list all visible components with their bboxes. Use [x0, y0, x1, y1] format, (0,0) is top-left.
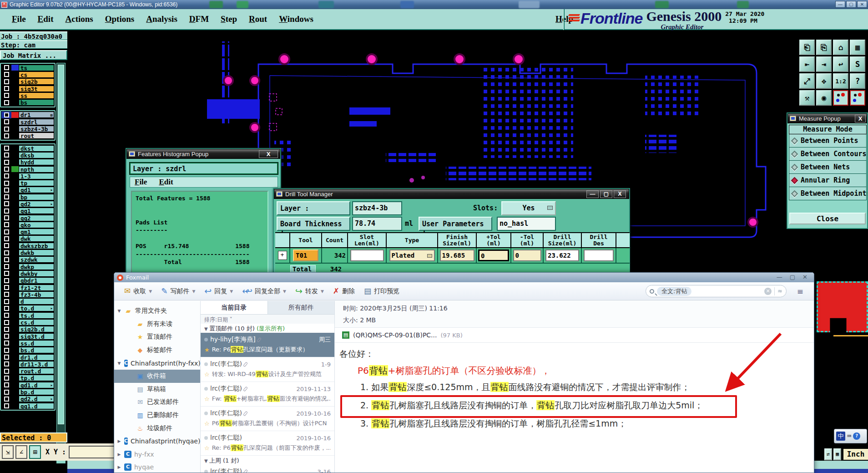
- layer-checkbox[interactable]: [1, 85, 11, 92]
- angle-mode-button[interactable]: ∠: [15, 445, 27, 459]
- minimize-button[interactable]: —: [835, 1, 845, 8]
- drill-des-input[interactable]: [584, 249, 614, 261]
- menu-rout[interactable]: Rout: [249, 14, 267, 24]
- layer-color-swatch[interactable]: [11, 159, 19, 165]
- layer-row-bp.d[interactable]: bp.d: [1, 388, 54, 395]
- layer-color-swatch[interactable]: [11, 100, 19, 106]
- layer-row-gd2.d[interactable]: gd2.d➤: [1, 396, 54, 402]
- serpentine-button[interactable]: S: [850, 56, 865, 72]
- star-icon[interactable]: ★: [204, 346, 210, 353]
- expander-icon[interactable]: ▶: [117, 452, 121, 457]
- layer-checkbox[interactable]: [1, 347, 11, 354]
- chevron-down-icon[interactable]: ≋: [777, 289, 782, 294]
- layer-checkbox[interactable]: [1, 187, 11, 193]
- layer-row-to.d[interactable]: to.d➤: [1, 305, 54, 312]
- 删除-button[interactable]: ✗删除: [329, 285, 358, 297]
- layer-color-swatch[interactable]: [11, 375, 19, 381]
- layer-color-swatch[interactable]: [11, 236, 19, 242]
- layer-color-swatch[interactable]: [11, 243, 19, 249]
- mail-list-item[interactable]: lrc(李仁聪)1-9☆转发: WI-RD-49背钻设计及生产管控规范: [201, 357, 334, 382]
- layer-row-szbz4-3b[interactable]: szbz4-3b: [1, 125, 54, 132]
- layer-checkbox[interactable]: [1, 118, 11, 125]
- view-options-icon[interactable]: ≡: [797, 287, 804, 296]
- layer-checkbox[interactable]: [1, 389, 11, 396]
- sidebar-item-草稿箱[interactable]: ▤草稿箱: [114, 383, 200, 396]
- mail-list-item[interactable]: lrc(李仁聪)3-16: [201, 465, 334, 473]
- 回复-button[interactable]: ↩回复▼: [201, 285, 237, 297]
- layer-row-gbdr1[interactable]: gbdr1: [1, 277, 54, 284]
- layer-row-sig3t.d[interactable]: sig3t.d: [1, 333, 54, 340]
- show-all-link[interactable]: (显示所有): [257, 325, 285, 332]
- language-bar[interactable]: 中 ⌨ ?: [834, 429, 867, 443]
- menu-edit[interactable]: Edit: [38, 14, 54, 24]
- layer-checkbox[interactable]: [1, 71, 11, 78]
- layer-color-swatch[interactable]: [11, 403, 19, 409]
- layer-color-swatch[interactable]: [11, 389, 19, 395]
- histogram-titlebar[interactable]: Features Histogram Popup X: [126, 149, 280, 159]
- layer-color-swatch[interactable]: [11, 187, 19, 193]
- layer-row-cs.d[interactable]: cs.d: [1, 319, 54, 326]
- layer-row-sig3t[interactable]: sig3t: [1, 85, 54, 92]
- window-xy-button[interactable]: ▦: [850, 40, 865, 55]
- layer-row-szdwk[interactable]: szdwk: [1, 256, 54, 263]
- layer-color-swatch[interactable]: [11, 133, 19, 139]
- menu-step[interactable]: Step: [221, 14, 237, 24]
- finish-size-input[interactable]: 19.685: [440, 249, 474, 261]
- 收取-button[interactable]: ✉收取▼: [121, 285, 156, 297]
- measure-option-between-nets[interactable]: Between Nets: [789, 161, 867, 174]
- plus-tol-input[interactable]: 0: [478, 249, 509, 261]
- close-icon[interactable]: X: [614, 190, 626, 198]
- mail-list-item[interactable]: lrc(李仁聪)2019-10-16☆Re: P6背钻孔深度问题（前面下发的作废…: [201, 431, 334, 456]
- measure-close-button[interactable]: Close: [789, 213, 866, 224]
- layer-row-ts[interactable]: ts: [1, 64, 54, 71]
- layer-color-swatch[interactable]: [11, 201, 19, 207]
- layer-checkbox[interactable]: [1, 64, 11, 71]
- layer-row-gm1[interactable]: gm1: [1, 229, 54, 235]
- layer-row-bs.d[interactable]: bs.d: [1, 347, 54, 354]
- layer-checkbox[interactable]: [1, 92, 11, 99]
- layer-checkbox[interactable]: [1, 152, 11, 158]
- layer-row-tp.d[interactable]: tp.d: [1, 375, 54, 381]
- 打印预览-button[interactable]: ▤打印预览: [360, 285, 403, 297]
- layer-checkbox[interactable]: [1, 381, 11, 388]
- home-button[interactable]: ⌂: [833, 40, 848, 55]
- layer-color-swatch[interactable]: [11, 354, 19, 360]
- row-expand-icon[interactable]: +: [278, 251, 287, 260]
- layer-color-swatch[interactable]: [11, 257, 19, 263]
- layer-row-dwkp[interactable]: dwkp: [1, 263, 54, 270]
- layer-checkbox[interactable]: [1, 326, 11, 333]
- layer-color-swatch[interactable]: [11, 65, 19, 71]
- layer-color-swatch[interactable]: [11, 250, 19, 256]
- sidebar-item-常用文件夹[interactable]: ▼▰常用文件夹: [114, 305, 200, 318]
- slot-len-input[interactable]: [350, 249, 384, 261]
- layer-checkbox[interactable]: [1, 270, 11, 277]
- layer-color-swatch[interactable]: [11, 382, 19, 388]
- layer-row-gg1.d[interactable]: gg1.d: [1, 402, 54, 409]
- layer-checkbox[interactable]: [1, 200, 11, 207]
- close-icon[interactable]: X: [259, 150, 278, 158]
- menu-windows[interactable]: Windows: [279, 14, 313, 24]
- layer-color-swatch[interactable]: [11, 229, 19, 235]
- layer-color-swatch[interactable]: [11, 270, 19, 276]
- layer-checkbox[interactable]: [1, 277, 11, 284]
- mail-list-item[interactable]: hy-lihy[李海燕]周三★Re: P6背钻孔深度问题（更新要求）: [201, 333, 334, 357]
- shift-left-button[interactable]: ⇤: [799, 56, 815, 72]
- layer-checkbox[interactable]: [1, 298, 11, 305]
- sidebar-item-标签邮件[interactable]: ◆标签邮件: [114, 344, 200, 357]
- layer-row-dr11-3.d[interactable]: dr11-3.d: [1, 361, 54, 367]
- search-tag[interactable]: 全文:背钻: [657, 287, 691, 296]
- layer-color-swatch[interactable]: [11, 347, 19, 353]
- 转发-button[interactable]: ↪转发▼: [292, 285, 328, 297]
- layer-row-d[interactable]: d: [1, 298, 54, 305]
- layer-checkbox[interactable]: [1, 242, 11, 249]
- net-highlight-2-button[interactable]: [850, 90, 865, 106]
- layer-checkbox[interactable]: [1, 126, 11, 132]
- layer-checkbox[interactable]: [1, 132, 11, 139]
- layer-checkbox[interactable]: [1, 402, 11, 409]
- measure-option-annular-ring[interactable]: Annular Ring: [789, 174, 867, 187]
- layer-color-swatch[interactable]: [11, 112, 19, 118]
- layer-color-swatch[interactable]: [11, 285, 19, 290]
- sidebar-item-hy-fxx[interactable]: ▶Chy-fxx: [114, 448, 200, 461]
- layer-color-swatch[interactable]: [11, 278, 19, 284]
- layer-checkbox[interactable]: [1, 291, 11, 298]
